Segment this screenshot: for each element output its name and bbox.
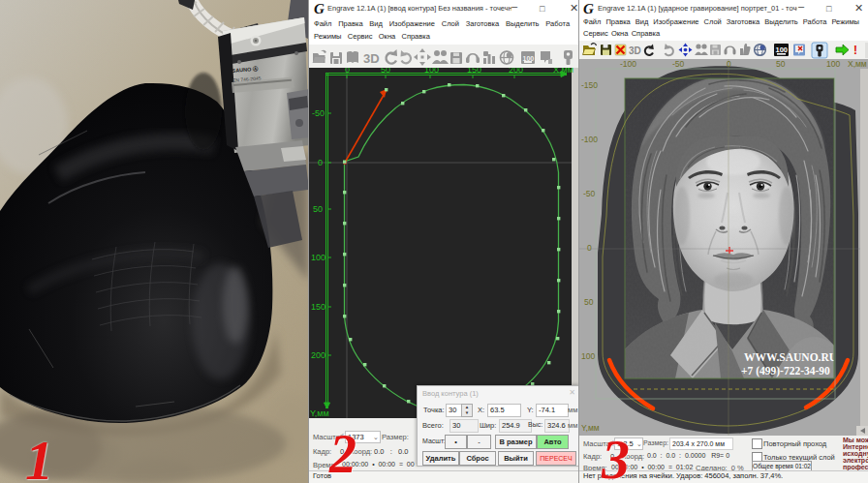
svg-text:0: 0 — [318, 158, 323, 167]
svg-text:0: 0 — [345, 68, 350, 75]
svg-text:50: 50 — [313, 204, 323, 214]
svg-text:3D: 3D — [629, 45, 641, 56]
svg-text:-50: -50 — [672, 59, 685, 69]
svg-text:X,мм: X,мм — [553, 68, 574, 75]
svg-text:-150: -150 — [581, 80, 598, 90]
svg-text:50: 50 — [776, 59, 786, 69]
svg-text:100: 100 — [826, 59, 840, 69]
svg-text:3D: 3D — [363, 51, 380, 66]
svg-text:Y,мм: Y,мм — [310, 408, 329, 418]
svg-text:50: 50 — [381, 68, 390, 75]
svg-text:200: 200 — [509, 68, 523, 75]
svg-text:50: 50 — [584, 297, 594, 307]
svg-text:-100: -100 — [581, 135, 598, 144]
svg-text:-100: -100 — [620, 59, 636, 69]
svg-text:150: 150 — [467, 68, 481, 75]
svg-text:100: 100 — [581, 351, 595, 361]
svg-text:X,мм: X,мм — [848, 59, 867, 69]
svg-text:Y,мм: Y,мм — [581, 423, 600, 433]
svg-text:100: 100 — [424, 68, 439, 75]
svg-text:100: 100 — [776, 45, 789, 54]
svg-text:-50: -50 — [312, 108, 325, 118]
svg-text:200: 200 — [311, 350, 326, 360]
svg-text:0: 0 — [587, 243, 592, 253]
svg-text:-50: -50 — [583, 189, 596, 198]
svg-text:!: ! — [853, 44, 857, 57]
svg-text:0: 0 — [727, 59, 731, 69]
svg-text:100: 100 — [311, 253, 326, 262]
svg-text:100: 100 — [523, 55, 535, 62]
svg-text:150: 150 — [311, 302, 326, 312]
